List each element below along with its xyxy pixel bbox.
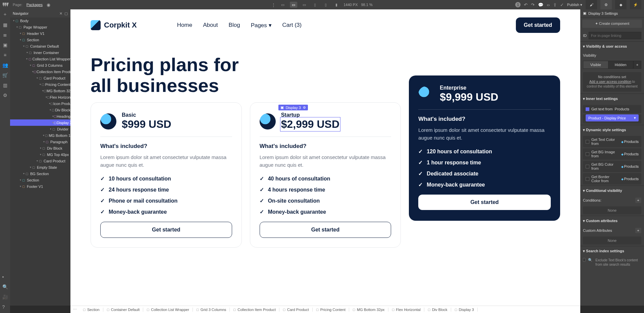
undo-icon[interactable]: ↶ — [524, 2, 528, 7]
cms-icon[interactable]: ≡ — [4, 52, 6, 58]
nav-cart[interactable]: Cart (3) — [282, 22, 302, 29]
nav-tree-item[interactable]: ▾▢Container Default — [10, 43, 70, 49]
nav-about[interactable]: About — [203, 22, 218, 29]
visibility-header[interactable]: ▾ Visibility & user access — [580, 41, 644, 51]
more-icon[interactable]: ⋮ — [271, 2, 276, 7]
device-desktop-icon[interactable]: ▭ — [290, 2, 297, 8]
dynamic-style-row[interactable]: Get Text Color fromProducts — [583, 136, 641, 147]
nav-tree-item[interactable]: ▾▢MG Bottom 1 — [10, 132, 70, 139]
styleman-tab-icon[interactable]: ◆ — [615, 0, 627, 9]
publish-dropdown[interactable]: Publish ▾ — [567, 3, 582, 7]
style-tab-icon[interactable]: 🖌 — [586, 0, 597, 9]
preview-icon[interactable]: ◉ — [47, 2, 50, 7]
code-icon[interactable]: ‹› — [547, 2, 550, 7]
nav-tree-item[interactable]: ▾▢Div Block — [10, 145, 70, 151]
device-xl-icon[interactable]: ▭ — [279, 2, 286, 8]
dynamic-style-header[interactable]: ▾ Dynamic style settings — [580, 125, 644, 135]
settings-tab-icon[interactable]: ⚙ — [600, 0, 612, 9]
breadcrumb-item[interactable]: ▢Section — [79, 308, 103, 312]
add-condition-button[interactable]: + — [635, 198, 641, 203]
canvas-width[interactable]: 1440 PX — [343, 3, 358, 7]
nav-tree-item[interactable]: ▾▢Paragraph — [10, 139, 70, 145]
card-cta-button[interactable]: Get started — [260, 222, 391, 238]
custom-attr-header[interactable]: ▾ Custom attributes — [580, 216, 644, 226]
id-input[interactable] — [589, 32, 641, 39]
breadcrumb-item[interactable]: ▢Collection List Wrapper — [143, 308, 193, 312]
device-portrait-icon[interactable]: ▯ — [322, 2, 329, 8]
nav-tree-item[interactable]: ▾▢Card Product — [10, 75, 70, 81]
export-icon[interactable]: ⇪ — [553, 2, 557, 7]
nav-tree-item[interactable]: ▾▢Pricing Content — [10, 81, 70, 88]
visible-button[interactable]: Visible — [583, 61, 608, 69]
create-component-button[interactable]: ✦ Create component — [582, 19, 642, 28]
breadcrumb-item[interactable]: ▢Pricing Content — [313, 308, 349, 312]
help-icon[interactable]: ? — [2, 304, 8, 310]
field-binding-dropdown[interactable]: Product - Display Price▾ — [586, 114, 639, 121]
nav-tree-item[interactable]: ▾▢Header V1 — [10, 30, 70, 37]
nav-tree-item[interactable]: ▾▢Page Wrapper — [10, 24, 70, 30]
nav-tree-item[interactable]: ▾▢Flex Horizontal — [10, 94, 70, 100]
breadcrumb-item[interactable]: ▢Grid 3 Columns — [193, 308, 230, 312]
pages-icon[interactable]: ▦ — [3, 22, 7, 28]
notification-badge[interactable]: 1 — [515, 2, 521, 7]
breadcrumb-item[interactable]: ▢Card Product — [279, 308, 313, 312]
breadcrumb-item[interactable]: ▢Display 3 — [451, 308, 478, 312]
breadcrumb-item[interactable]: ▢Container Default — [103, 308, 144, 312]
pricing-card-basic[interactable]: Basic $999 USD What's included? Lorem ip… — [91, 102, 242, 248]
redo-icon[interactable]: ↷ — [531, 2, 535, 7]
breadcrumb-item[interactable]: ▢Flex Horizontal — [388, 308, 424, 312]
nav-tree-item[interactable]: ▾▢Div Block — [10, 107, 70, 113]
nav-blog[interactable]: Blog — [229, 22, 240, 29]
search-rail-icon[interactable]: 🔍 — [2, 284, 8, 290]
device-tablet-icon[interactable]: ▭ — [301, 2, 308, 8]
nav-tree-item[interactable]: ▾▢Heading — [10, 113, 70, 119]
add-icon[interactable]: ＋ — [3, 11, 7, 17]
nav-tree-item[interactable]: ▾▢Footer V1 — [10, 183, 70, 190]
add-access-condition-link[interactable]: Add a user access condition — [589, 80, 631, 84]
nav-tree-item[interactable]: ▾▢Icon Product — [10, 100, 70, 107]
device-mobile-icon[interactable]: ▮ — [333, 2, 340, 8]
nav-tree-item[interactable]: ▾▢Divider — [10, 126, 70, 132]
gear-icon[interactable]: ⚙ — [303, 106, 306, 109]
users-icon[interactable]: 👥 — [2, 62, 8, 68]
nav-tree-item[interactable]: ▾▢Collection List Wrapper — [10, 56, 70, 62]
exclude-checkbox[interactable] — [583, 258, 585, 262]
designer-canvas[interactable]: Corpkit X Home About Blog Pages ▾ Cart (… — [70, 9, 580, 306]
hidden-button[interactable]: Hidden — [608, 61, 634, 69]
selection-pill[interactable]: ▣ Display 3 ⚙ — [278, 105, 308, 110]
collapse-icon[interactable]: ✕ — [59, 11, 62, 16]
nav-tree-item[interactable]: ▾▢Grid 3 Columns — [10, 62, 70, 68]
search-index-header[interactable]: ▾ Search index settings — [580, 246, 644, 256]
nav-tree-item[interactable]: ▾▢Card Product — [10, 158, 70, 164]
dynamic-style-row[interactable]: Get BG Color fromProducts — [583, 161, 641, 172]
video-icon[interactable]: 🎥 — [2, 294, 8, 300]
webflow-logo-icon[interactable] — [3, 3, 9, 7]
navigator-tree[interactable]: ▾▢Body▾▢Page Wrapper▾▢Header V1▾▢Section… — [10, 17, 70, 306]
get-text-checkbox[interactable] — [586, 107, 589, 111]
settings-rail-icon[interactable]: ⚙ — [3, 93, 7, 98]
canvas-zoom[interactable]: 98.1 % — [361, 3, 372, 7]
nav-tree-item[interactable]: ▾▢Body — [10, 17, 70, 24]
navigator-icon[interactable]: ≣ — [3, 32, 7, 38]
nav-tree-item[interactable]: ▾▢Display 3 — [10, 119, 70, 126]
comments-icon[interactable]: 💬 — [538, 2, 543, 7]
breadcrumb-item[interactable]: ▢Div Block — [424, 308, 451, 312]
nav-tree-item[interactable]: ▾▢Section — [10, 37, 70, 43]
inner-text-header[interactable]: ▾ Inner text settings — [580, 94, 644, 104]
audit-icon[interactable]: ✓ — [560, 2, 564, 7]
audit-rail-icon[interactable]: ▪ — [2, 274, 8, 279]
breadcrumb-more-icon[interactable]: ⋯ — [70, 307, 79, 312]
page-name-dropdown[interactable]: Packages — [26, 3, 43, 7]
add-visibility-icon[interactable]: + — [633, 61, 641, 69]
pricing-card-startup[interactable]: ▣ Display 3 ⚙ Startup $2,999 USD What's … — [250, 102, 401, 248]
components-icon[interactable]: ▣ — [3, 42, 7, 48]
assets-icon[interactable]: ▥ — [3, 83, 7, 88]
nav-tree-item[interactable]: ▾▢Collection Item Product — [10, 68, 70, 75]
nav-tree-item[interactable]: ▾▢MG Top 40px — [10, 151, 70, 158]
add-attr-button[interactable]: + — [635, 228, 641, 233]
breadcrumb-item[interactable]: ▢Collection Item Product — [230, 308, 279, 312]
brand-logo[interactable]: Corpkit X — [91, 20, 137, 30]
device-landscape-icon[interactable]: ▯ — [311, 2, 319, 8]
dynamic-style-row[interactable]: Get BG Image fromProducts — [583, 148, 641, 160]
nav-home[interactable]: Home — [177, 22, 192, 29]
